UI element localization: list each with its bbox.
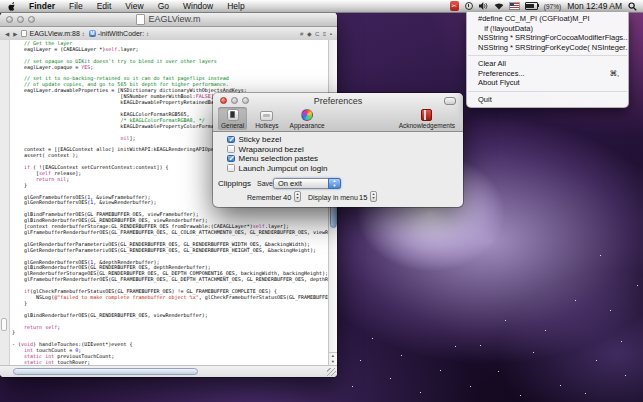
remember-value[interactable]: 40 — [283, 193, 291, 202]
editor-window-title: EAGLView.m — [148, 14, 200, 24]
file-icon — [21, 30, 27, 37]
volume-icon[interactable] — [479, 2, 488, 10]
flycut-menu: #define CC_M_PI (CGFloat)M_PI if (!layou… — [466, 12, 629, 108]
zoom-button[interactable] — [28, 16, 35, 23]
menu-item[interactable]: NSString * SRStringForKeyCode( NSInteger… — [467, 43, 628, 53]
horizontal-scroll-thumb[interactable] — [13, 368, 198, 375]
menu-item-label: NSString * SRStringForKeyCode( NSInteger… — [478, 43, 628, 53]
preferences-content: Sticky bezelWraparound bezelMenu selecti… — [213, 132, 463, 207]
preferences-title-bar[interactable]: Preferences GeneralHotkeysAppearanceAckn… — [213, 93, 463, 132]
menu-item[interactable]: Clear All — [467, 59, 628, 69]
menu-window[interactable]: Window — [176, 1, 220, 11]
menu-file[interactable]: File — [62, 1, 90, 11]
popup-arrows-icon: ↕ — [82, 31, 85, 37]
checkbox-label: Wraparound bezel — [239, 145, 304, 154]
spotlight-icon[interactable] — [628, 2, 637, 11]
document-proxy-icon[interactable] — [136, 14, 145, 25]
toolbar-item-label: Appearance — [290, 122, 325, 129]
flycut-preferences-window[interactable]: Preferences GeneralHotkeysAppearanceAckn… — [213, 93, 463, 207]
display-in-menu-label: Display in menu — [308, 194, 358, 201]
menu-titles: FinderFileEditViewGoWindowHelp — [22, 1, 252, 11]
horizontal-scrollbar[interactable] — [0, 365, 337, 377]
apple-logo-icon — [8, 2, 16, 11]
preferences-window-title: Preferences — [213, 96, 463, 106]
toolbar-item-acknowledgements[interactable]: Acknowledgements — [396, 107, 458, 130]
menu-item[interactable]: About Flycut — [467, 78, 628, 88]
checkbox-row: Menu selection pastes — [227, 154, 318, 163]
clippings-row: Clippings Save On exit ▲▼ — [213, 178, 463, 189]
documentation-icon[interactable]: ▪ — [330, 31, 332, 37]
method-icon: M — [89, 30, 96, 37]
toolbar-item-hotkeys[interactable]: Hotkeys — [252, 107, 281, 130]
desktop: { "menu_bar": { "menus": ["Finder", "Fil… — [0, 0, 643, 402]
nav-forward-button[interactable]: ▶ — [13, 31, 17, 37]
checkbox-sticky-bezel[interactable] — [227, 136, 235, 144]
remember-row: Remember 40 ▲▼ Display in menu 15 ▲▼ — [213, 191, 463, 202]
menu-item-label: About Flycut — [478, 78, 520, 88]
menu-item-label: NSString * SRStringForCocoaModifierFlags… — [478, 33, 628, 43]
display-in-menu-stepper[interactable]: ▲▼ — [370, 191, 377, 202]
menu-item-label: if (!layoutData) — [478, 24, 533, 34]
scroll-arrows[interactable]: ▲▼ — [329, 352, 337, 366]
battery-icon[interactable] — [525, 2, 538, 10]
bookmarks-icon[interactable]: # — [300, 31, 303, 37]
menu-finder[interactable]: Finder — [22, 1, 62, 11]
menu-view[interactable]: View — [118, 1, 150, 11]
checkbox-label: Menu selection pastes — [239, 154, 319, 163]
menu-help[interactable]: Help — [220, 1, 251, 11]
minimize-button[interactable] — [17, 16, 24, 23]
menu-item-shortcut: ⌘, — [609, 69, 619, 79]
battery-percent[interactable]: (97%) — [544, 3, 561, 10]
counterpart-icon[interactable]: C — [315, 31, 319, 37]
apple-menu[interactable] — [8, 2, 16, 11]
menu-item-label: Preferences... — [478, 69, 525, 79]
resize-grip[interactable] — [327, 368, 336, 376]
close-button[interactable] — [6, 16, 13, 23]
clippings-section-label: Clippings — [218, 179, 251, 188]
split-view-handle[interactable] — [1, 318, 7, 331]
file-history-popup[interactable]: EAGLView.m:88 ↕ — [21, 30, 84, 37]
menu-item[interactable]: Preferences...⌘, — [467, 69, 628, 79]
display-in-menu-value[interactable]: 15 — [359, 193, 367, 202]
menu-item[interactable]: NSString * SRStringForCocoaModifierFlags… — [467, 33, 628, 43]
checkbox-launch-jumpcut-on-login[interactable] — [227, 164, 235, 172]
symbol-popup[interactable]: M -initWithCoder: ↕ — [89, 30, 149, 37]
editor-navigation-bar: ◀ ▶ EAGLView.m:88 ↕ M -initWithCoder: ↕ … — [0, 27, 337, 41]
popup-arrows-icon: ↕ — [146, 31, 149, 37]
menu-separator — [468, 55, 627, 56]
menu-item[interactable]: #define CC_M_PI (CGFloat)M_PI — [467, 14, 628, 24]
editor-title-bar[interactable]: EAGLView.m — [0, 12, 337, 27]
breakpoints-icon[interactable]: ◆ — [307, 30, 312, 37]
menu-item[interactable]: Quit — [467, 95, 628, 105]
menu-edit[interactable]: Edit — [90, 1, 119, 11]
menu-separator — [468, 91, 627, 92]
wifi-icon[interactable] — [494, 2, 504, 10]
nav-back-button[interactable]: ◀ — [5, 31, 9, 37]
input-flag-us-icon[interactable] — [510, 3, 519, 9]
editor-window-controls — [6, 16, 35, 23]
menu-item-label: Quit — [478, 95, 492, 105]
checkbox-wraparound-bezel[interactable] — [227, 145, 235, 153]
nav-right-buttons: # ◆ C ≡ ▪ — [300, 30, 332, 37]
toolbar-item-general[interactable]: General — [218, 107, 247, 130]
bezel-icon — [227, 109, 239, 121]
checkbox-label: Sticky bezel — [239, 135, 282, 144]
toolbar-toggle-lozenge[interactable] — [444, 97, 456, 105]
menu-bar-clock[interactable]: Mon 12:49 AM — [567, 1, 622, 11]
menu-item-label: Clear All — [478, 59, 506, 69]
flycut-scissors-icon[interactable]: ✂ — [450, 1, 459, 11]
remember-stepper[interactable]: ▲▼ — [294, 191, 301, 202]
included-files-icon[interactable]: ≡ — [323, 31, 327, 37]
checkbox-row: Sticky bezel — [227, 135, 281, 144]
checkbox-label: Launch Jumpcut on login — [239, 164, 328, 173]
save-label: Save — [257, 180, 273, 187]
checkbox-row: Launch Jumpcut on login — [227, 164, 327, 173]
status-menu-extras: ✂ (97%) Mon 12:49 AM — [450, 1, 643, 11]
toolbar-item-appearance[interactable]: Appearance — [287, 107, 328, 130]
menu-extra-circle-icon[interactable] — [465, 2, 473, 10]
checkbox-menu-selection-pastes[interactable] — [227, 155, 235, 163]
menu-go[interactable]: Go — [151, 1, 176, 11]
save-popup[interactable]: On exit ▲▼ — [273, 178, 341, 189]
menu-item[interactable]: if (!layoutData) — [467, 24, 628, 34]
hotkey-icon — [260, 111, 273, 121]
